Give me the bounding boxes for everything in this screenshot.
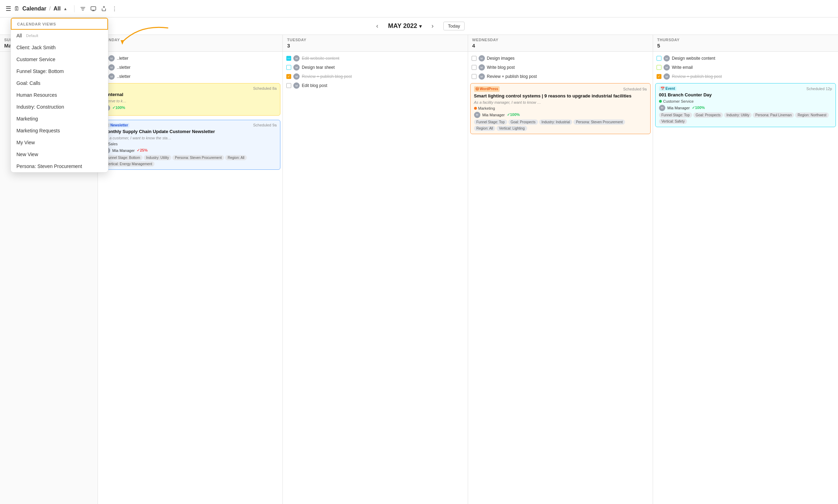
task-checkbox[interactable]	[286, 56, 291, 61]
task-row[interactable]: M Design website content	[655, 54, 836, 62]
view-item-persona-steven[interactable]: Persona: Steven Procurement	[11, 160, 108, 172]
current-month-display[interactable]: MAY 2022 ▾	[388, 22, 422, 30]
event-card-cyan[interactable]: 📅 Event Scheduled 12p 001 Branch Counter…	[655, 83, 836, 127]
task-row[interactable]: M ..sletter	[100, 73, 280, 80]
monitor-icon[interactable]	[90, 5, 97, 12]
task-label: Review + publish blog post	[672, 74, 835, 79]
pill: Industry: Utility	[144, 155, 172, 160]
avatar: M	[479, 64, 485, 71]
task-label: Review + publish blog post	[302, 74, 464, 79]
task-label: ..letter	[117, 56, 279, 61]
task-row[interactable]: M Review + publish blog post	[285, 73, 465, 80]
event-tag: Sales	[104, 142, 277, 146]
view-item-industry-construction[interactable]: Industry: Construction	[11, 101, 108, 113]
pill: Vertical: Energy Management	[104, 161, 155, 167]
share-icon[interactable]	[100, 5, 107, 12]
event-header: 📅 Event Scheduled 12p	[659, 86, 832, 91]
task-checkbox[interactable]	[286, 83, 291, 88]
task-checkbox[interactable]	[472, 65, 477, 70]
task-label: Edit blog post	[302, 83, 464, 88]
wednesday-column: WEDNESDAY 4 M Design images M Write blog…	[468, 35, 653, 504]
topbar: ☰ 🗓 Calendar / All ▲ ⋮ CALENDAR VIEWS Al…	[0, 0, 838, 17]
view-label: Goal: Calls	[16, 80, 40, 86]
view-chevron-icon[interactable]: ▲	[63, 7, 67, 11]
view-item-customer-service[interactable]: Customer Service	[11, 53, 108, 65]
event-desc: As a customer, I want to know the sta…	[104, 136, 277, 140]
event-header: Scheduled 8a	[104, 86, 277, 90]
event-meta: M ✓100%	[104, 105, 277, 111]
task-label: Write blog post	[487, 65, 649, 70]
hamburger-icon[interactable]: ☰	[6, 5, 11, 13]
task-row[interactable]: M Design images	[470, 54, 651, 62]
thursday-label: THURSDAY	[657, 38, 834, 42]
task-label: ..sletter	[117, 65, 279, 70]
completion-badge: ✓100%	[507, 112, 520, 117]
view-item-my-view[interactable]: My View	[11, 137, 108, 148]
view-item-client-jack[interactable]: Client: Jack Smith	[11, 42, 108, 53]
event-pills: Funnel Stage: Top Goal: Prospects Indust…	[474, 119, 647, 131]
task-checkbox[interactable]	[472, 74, 477, 79]
wordpress-card[interactable]: Ⓦ WordPress Scheduled 9a Smart lighting …	[470, 83, 651, 134]
event-type: Ⓦ WordPress	[474, 86, 500, 92]
task-row[interactable]: M Review + publish blog post	[655, 73, 836, 80]
calendar-views-dropdown[interactable]: CALENDAR VIEWS All Default Client: Jack …	[10, 17, 108, 173]
task-checkbox[interactable]	[657, 65, 661, 70]
task-row[interactable]: M Design tear sheet	[285, 64, 465, 71]
monday-date: 2	[102, 43, 278, 49]
event-header: 📰 Newsletter Scheduled 9a	[104, 123, 277, 127]
event-card-yellow[interactable]: Scheduled 8a r Internal eserve to k… M ✓…	[100, 83, 280, 116]
more-options-icon[interactable]: ⋮	[111, 5, 118, 12]
view-item-funnel-bottom[interactable]: Funnel Stage: Bottom	[11, 65, 108, 77]
pill: Vertical: Lighting	[496, 126, 527, 131]
view-item-human-resources[interactable]: Human Resources	[11, 89, 108, 101]
newsletter-card[interactable]: 📰 Newsletter Scheduled 9a Monthly Supply…	[100, 120, 280, 170]
task-checkbox[interactable]	[657, 74, 661, 79]
event-meta: M Mia Manager ✓100%	[474, 112, 647, 118]
view-label: Funnel Stage: Bottom	[16, 68, 64, 74]
event-scheduled: Scheduled 9a	[623, 87, 646, 91]
tag-dot	[659, 100, 662, 103]
event-title: Monthly Supply Chain Update Customer New…	[104, 129, 277, 135]
event-type-badge: Ⓦ WordPress	[474, 86, 500, 92]
event-header: Ⓦ WordPress Scheduled 9a	[474, 86, 647, 92]
view-item-marketing-requests[interactable]: Marketing Requests	[11, 125, 108, 137]
task-row[interactable]: M Write email	[655, 64, 836, 71]
task-row[interactable]: M Review + publish blog post	[470, 73, 651, 80]
calendar-navigation: ‹ MAY 2022 ▾ › Today	[0, 17, 838, 35]
calendar-icon: 🗓	[14, 6, 20, 12]
today-button[interactable]: Today	[443, 22, 465, 30]
pill: Region: All	[225, 155, 247, 160]
task-checkbox[interactable]	[472, 56, 477, 61]
task-checkbox[interactable]	[286, 65, 291, 70]
view-item-goal-calls[interactable]: Goal: Calls	[11, 77, 108, 89]
pill: Region: All	[474, 126, 496, 131]
task-row[interactable]: M ..sletter	[100, 64, 280, 71]
task-label: ..sletter	[117, 74, 279, 79]
task-row[interactable]: M ..letter	[100, 54, 280, 62]
task-label: Review + publish blog post	[487, 74, 649, 79]
view-label: All	[16, 33, 22, 38]
task-label: Design images	[487, 56, 649, 61]
prev-month-button[interactable]: ‹	[373, 21, 381, 31]
view-item-new-view[interactable]: New View	[11, 148, 108, 160]
task-row[interactable]: M Edit website content	[285, 54, 465, 62]
thursday-header: THURSDAY 5	[653, 35, 838, 52]
thursday-column: THURSDAY 5 M Design website content M Wr…	[653, 35, 838, 504]
pill: Industry: Utility	[724, 112, 752, 118]
completion-badge: ✓100%	[692, 105, 705, 110]
view-item-marketing[interactable]: Marketing	[11, 113, 108, 125]
next-month-button[interactable]: ›	[429, 21, 436, 31]
avatar: M	[108, 55, 115, 61]
view-item-all[interactable]: All Default	[11, 30, 108, 42]
tuesday-header: TUESDAY 3	[283, 35, 467, 52]
avatar: M	[108, 73, 115, 80]
task-checkbox[interactable]	[286, 74, 291, 79]
task-row[interactable]: M Write blog post	[470, 64, 651, 71]
task-label: Design website content	[672, 56, 835, 61]
task-checkbox[interactable]	[657, 56, 661, 61]
event-scheduled: Scheduled 8a	[253, 86, 277, 90]
manager-name: Mia Manager	[482, 113, 505, 117]
filter-icon[interactable]	[79, 5, 86, 12]
task-row[interactable]: M Edit blog post	[285, 82, 465, 89]
avatar: M	[664, 73, 670, 80]
